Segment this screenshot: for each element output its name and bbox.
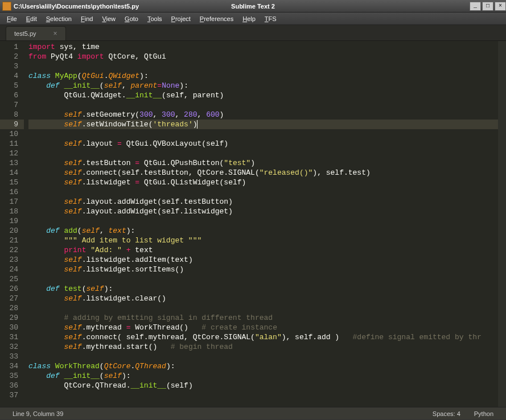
line-number: 7 <box>0 100 18 110</box>
code-line[interactable]: self.layout = QtGui.QVBoxLayout(self) <box>28 139 506 149</box>
line-number: 25 <box>0 274 18 284</box>
code-line[interactable]: self.connect( self.mythread, QtCore.SIGN… <box>28 332 506 342</box>
code-line[interactable]: print "Add: " + text <box>28 245 506 255</box>
code-line[interactable]: def add(self, text): <box>28 226 506 236</box>
line-number: 9 <box>0 120 24 129</box>
code-line[interactable] <box>28 100 506 110</box>
code-line[interactable]: # adding by emitting signal in different… <box>28 313 506 323</box>
line-number: 17 <box>0 197 18 207</box>
code-line[interactable]: self.listwidget.addItem(text) <box>28 255 506 265</box>
window-controls: _ □ × <box>468 2 506 11</box>
code-line[interactable]: class MyApp(QtGui.QWidget): <box>28 71 506 81</box>
tab-close-icon[interactable]: × <box>54 30 57 38</box>
menu-file[interactable]: File <box>2 14 22 23</box>
code-content[interactable]: import sys, timefrom PyQt4 import QtCore… <box>24 41 506 407</box>
code-line[interactable]: self.listwidget.sortItems() <box>28 265 506 274</box>
code-line[interactable] <box>28 216 506 226</box>
code-line[interactable] <box>28 187 506 197</box>
line-number: 36 <box>0 381 18 390</box>
vertical-scrollbar[interactable] <box>498 41 506 407</box>
line-number: 29 <box>0 313 18 323</box>
line-number: 10 <box>0 129 18 139</box>
line-number: 21 <box>0 236 18 245</box>
maximize-button[interactable]: □ <box>482 2 493 11</box>
line-number: 30 <box>0 323 18 332</box>
code-line[interactable] <box>28 390 506 400</box>
line-number: 15 <box>0 178 18 187</box>
line-number: 35 <box>0 371 18 381</box>
line-number: 34 <box>0 361 18 371</box>
indent-setting[interactable]: Spaces: 4 <box>426 410 467 417</box>
code-line[interactable]: self.layout.addWidget(self.listwidget) <box>28 207 506 216</box>
code-line[interactable]: self.listwidget = QtGui.QListWidget(self… <box>28 178 506 187</box>
line-number: 20 <box>0 226 18 236</box>
line-number: 22 <box>0 245 18 255</box>
code-line[interactable] <box>28 274 506 284</box>
menu-tools[interactable]: Tools <box>143 14 167 23</box>
minimize-button[interactable]: _ <box>470 2 481 11</box>
code-line[interactable]: self.layout.addWidget(self.testButton) <box>28 197 506 207</box>
menu-view[interactable]: View <box>97 14 120 23</box>
code-line[interactable]: from PyQt4 import QtCore, QtGui <box>28 52 506 61</box>
code-line[interactable]: def __init__(self): <box>28 371 506 381</box>
code-line[interactable]: self.mythread = WorkThread() # create in… <box>28 323 506 332</box>
code-line[interactable]: QtCore.QThread.__init__(self) <box>28 381 506 390</box>
line-number: 12 <box>0 149 18 158</box>
code-line[interactable] <box>28 303 506 313</box>
menu-find[interactable]: Find <box>76 14 97 23</box>
code-line[interactable]: QtGui.QWidget.__init__(self, parent) <box>28 90 506 100</box>
line-number: 6 <box>0 90 18 100</box>
code-editor[interactable]: 1234567891011121314151617181920212223242… <box>0 41 506 407</box>
code-line[interactable]: """ Add item to list widget """ <box>28 236 506 245</box>
line-number: 11 <box>0 139 18 149</box>
tab-label: test5.py <box>14 30 36 37</box>
code-line[interactable]: class WorkThread(QtCore.QThread): <box>28 361 506 371</box>
line-number: 14 <box>0 168 18 178</box>
code-line[interactable]: import sys, time <box>28 42 506 52</box>
line-number: 2 <box>0 52 18 61</box>
file-tab[interactable]: test5.py × <box>6 26 66 40</box>
code-line[interactable]: self.setWindowTitle('threads') <box>28 120 506 129</box>
status-bar: Line 9, Column 39 Spaces: 4 Python <box>0 407 506 419</box>
code-line[interactable]: self.setGeometry(300, 300, 280, 600) <box>28 110 506 120</box>
window-app-name: Sublime Text 2 <box>231 3 275 10</box>
line-number: 19 <box>0 216 18 226</box>
code-line[interactable]: self.connect(self.testButton, QtCore.SIG… <box>28 168 506 178</box>
menu-tfs[interactable]: TFS <box>260 14 281 23</box>
close-window-button[interactable]: × <box>495 2 506 11</box>
line-number: 18 <box>0 207 18 216</box>
menu-preferences[interactable]: Preferences <box>195 14 238 23</box>
menu-edit[interactable]: Edit <box>22 14 42 23</box>
code-line[interactable] <box>28 352 506 361</box>
menu-selection[interactable]: Selection <box>42 14 76 23</box>
line-number: 4 <box>0 71 18 81</box>
line-number: 23 <box>0 255 18 265</box>
line-number: 32 <box>0 342 18 352</box>
syntax-setting[interactable]: Python <box>467 410 500 417</box>
tab-bar: test5.py × <box>0 25 506 41</box>
line-number: 33 <box>0 352 18 361</box>
line-number: 13 <box>0 158 18 168</box>
window-title-path: C:\Users\alilly\Documents\python\test5.p… <box>14 3 139 10</box>
line-number: 3 <box>0 61 18 71</box>
code-line[interactable] <box>28 149 506 158</box>
line-number: 26 <box>0 284 18 294</box>
menu-goto[interactable]: Goto <box>120 14 143 23</box>
line-number: 27 <box>0 294 18 303</box>
code-line[interactable]: self.testButton = QtGui.QPushButton("tes… <box>28 158 506 168</box>
code-line[interactable]: def __init__(self, parent=None): <box>28 81 506 90</box>
menu-project[interactable]: Project <box>167 14 195 23</box>
code-line[interactable]: def test(self): <box>28 284 506 294</box>
code-line[interactable]: self.listwidget.clear() <box>28 294 506 303</box>
line-number: 1 <box>0 42 18 52</box>
app-icon <box>2 2 11 11</box>
line-number: 24 <box>0 265 18 274</box>
menu-bar: FileEditSelectionFindViewGotoToolsProjec… <box>0 13 506 25</box>
code-line[interactable] <box>28 129 506 139</box>
menu-help[interactable]: Help <box>238 14 260 23</box>
line-number-gutter: 1234567891011121314151617181920212223242… <box>0 41 24 407</box>
code-line[interactable] <box>28 61 506 71</box>
code-line[interactable]: self.mythread.start() # begin thread <box>28 342 506 352</box>
cursor-position: Line 9, Column 39 <box>6 410 70 417</box>
line-number: 37 <box>0 390 18 400</box>
